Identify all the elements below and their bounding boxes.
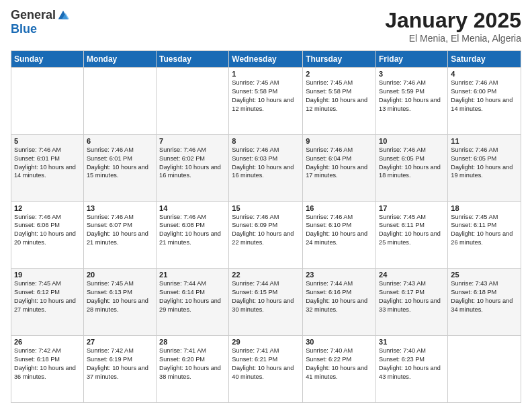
calendar-week-row: 12Sunrise: 7:46 AM Sunset: 6:06 PM Dayli…	[11, 201, 521, 269]
day-number: 1	[232, 70, 300, 78]
day-number: 22	[232, 271, 300, 279]
table-row: 31Sunrise: 7:40 AM Sunset: 6:23 PM Dayli…	[376, 336, 448, 403]
table-row: 10Sunrise: 7:46 AM Sunset: 6:05 PM Dayli…	[376, 134, 448, 201]
table-row: 21Sunrise: 7:44 AM Sunset: 6:14 PM Dayli…	[157, 269, 229, 336]
day-number: 12	[14, 204, 81, 212]
table-row: 28Sunrise: 7:41 AM Sunset: 6:20 PM Dayli…	[157, 336, 229, 403]
day-info: Sunrise: 7:45 AM Sunset: 6:11 PM Dayligh…	[451, 213, 518, 248]
day-number: 21	[159, 271, 226, 279]
day-info: Sunrise: 7:45 AM Sunset: 5:58 PM Dayligh…	[232, 79, 300, 113]
day-number: 19	[14, 271, 81, 279]
table-row: 13Sunrise: 7:46 AM Sunset: 6:07 PM Dayli…	[83, 201, 156, 269]
calendar-table: Sunday Monday Tuesday Wednesday Thursday…	[11, 50, 521, 403]
day-number: 28	[159, 338, 226, 346]
header: General Blue January 2025 El Menia, El M…	[11, 8, 521, 44]
month-title: January 2025	[385, 8, 521, 33]
table-row: 6Sunrise: 7:46 AM Sunset: 6:01 PM Daylig…	[83, 134, 156, 201]
logo: General Blue	[11, 8, 69, 36]
table-row: 12Sunrise: 7:46 AM Sunset: 6:06 PM Dayli…	[11, 201, 84, 269]
table-row: 15Sunrise: 7:46 AM Sunset: 6:09 PM Dayli…	[229, 201, 303, 269]
day-number: 13	[87, 204, 153, 212]
day-info: Sunrise: 7:45 AM Sunset: 6:11 PM Dayligh…	[379, 213, 445, 248]
table-row: 22Sunrise: 7:44 AM Sunset: 6:15 PM Dayli…	[229, 269, 303, 336]
day-number: 17	[379, 204, 445, 212]
day-info: Sunrise: 7:44 AM Sunset: 6:16 PM Dayligh…	[306, 279, 373, 314]
day-number: 20	[87, 271, 153, 279]
table-row: 16Sunrise: 7:46 AM Sunset: 6:10 PM Dayli…	[303, 201, 376, 269]
day-info: Sunrise: 7:46 AM Sunset: 5:59 PM Dayligh…	[379, 79, 445, 113]
day-info: Sunrise: 7:42 AM Sunset: 6:19 PM Dayligh…	[87, 347, 153, 381]
table-row: 4Sunrise: 7:46 AM Sunset: 6:00 PM Daylig…	[448, 68, 521, 135]
day-info: Sunrise: 7:41 AM Sunset: 6:20 PM Dayligh…	[159, 347, 226, 381]
day-number: 10	[379, 137, 445, 145]
subtitle: El Menia, El Menia, Algeria	[385, 33, 521, 44]
table-row: 17Sunrise: 7:45 AM Sunset: 6:11 PM Dayli…	[376, 201, 448, 269]
day-info: Sunrise: 7:46 AM Sunset: 6:01 PM Dayligh…	[87, 146, 153, 181]
day-info: Sunrise: 7:46 AM Sunset: 6:08 PM Dayligh…	[159, 213, 226, 248]
day-number: 29	[232, 338, 300, 346]
calendar-week-row: 5Sunrise: 7:46 AM Sunset: 6:01 PM Daylig…	[11, 134, 521, 201]
day-info: Sunrise: 7:40 AM Sunset: 6:22 PM Dayligh…	[306, 347, 373, 381]
day-number: 11	[451, 137, 518, 145]
table-row: 1Sunrise: 7:45 AM Sunset: 5:58 PM Daylig…	[229, 68, 303, 135]
day-info: Sunrise: 7:46 AM Sunset: 6:09 PM Dayligh…	[232, 213, 300, 248]
table-row	[83, 68, 156, 135]
table-row: 26Sunrise: 7:42 AM Sunset: 6:18 PM Dayli…	[11, 336, 84, 403]
day-number: 31	[379, 338, 445, 346]
table-row: 29Sunrise: 7:41 AM Sunset: 6:21 PM Dayli…	[229, 336, 303, 403]
table-row: 23Sunrise: 7:44 AM Sunset: 6:16 PM Dayli…	[303, 269, 376, 336]
day-info: Sunrise: 7:46 AM Sunset: 6:04 PM Dayligh…	[306, 146, 373, 181]
day-number: 25	[451, 271, 518, 279]
table-row	[448, 336, 521, 403]
table-row: 7Sunrise: 7:46 AM Sunset: 6:02 PM Daylig…	[157, 134, 229, 201]
day-info: Sunrise: 7:46 AM Sunset: 6:00 PM Dayligh…	[451, 79, 518, 113]
day-number: 2	[306, 70, 373, 78]
day-number: 23	[306, 271, 373, 279]
day-number: 9	[306, 137, 373, 145]
table-row: 9Sunrise: 7:46 AM Sunset: 6:04 PM Daylig…	[303, 134, 376, 201]
col-saturday: Saturday	[448, 51, 521, 68]
table-row: 24Sunrise: 7:43 AM Sunset: 6:17 PM Dayli…	[376, 269, 448, 336]
table-row: 8Sunrise: 7:46 AM Sunset: 6:03 PM Daylig…	[229, 134, 303, 201]
day-info: Sunrise: 7:44 AM Sunset: 6:14 PM Dayligh…	[159, 279, 226, 314]
day-info: Sunrise: 7:46 AM Sunset: 6:05 PM Dayligh…	[451, 146, 518, 181]
day-number: 15	[232, 204, 300, 212]
table-row: 11Sunrise: 7:46 AM Sunset: 6:05 PM Dayli…	[448, 134, 521, 201]
logo-general-text: General	[11, 8, 56, 22]
logo-icon	[57, 9, 69, 21]
day-number: 3	[379, 70, 445, 78]
day-info: Sunrise: 7:42 AM Sunset: 6:18 PM Dayligh…	[14, 347, 81, 381]
calendar-header-row: Sunday Monday Tuesday Wednesday Thursday…	[11, 51, 521, 68]
day-info: Sunrise: 7:46 AM Sunset: 6:10 PM Dayligh…	[306, 213, 373, 248]
calendar-week-row: 19Sunrise: 7:45 AM Sunset: 6:12 PM Dayli…	[11, 269, 521, 336]
table-row	[11, 68, 84, 135]
day-number: 5	[14, 137, 81, 145]
day-number: 26	[14, 338, 81, 346]
col-sunday: Sunday	[11, 51, 84, 68]
col-friday: Friday	[376, 51, 448, 68]
page: General Blue January 2025 El Menia, El M…	[0, 0, 532, 411]
col-monday: Monday	[83, 51, 156, 68]
day-number: 24	[379, 271, 445, 279]
day-info: Sunrise: 7:46 AM Sunset: 6:05 PM Dayligh…	[379, 146, 445, 181]
logo-blue-text: Blue	[11, 22, 37, 36]
day-info: Sunrise: 7:46 AM Sunset: 6:02 PM Dayligh…	[159, 146, 226, 181]
table-row: 18Sunrise: 7:45 AM Sunset: 6:11 PM Dayli…	[448, 201, 521, 269]
table-row: 5Sunrise: 7:46 AM Sunset: 6:01 PM Daylig…	[11, 134, 84, 201]
day-number: 27	[87, 338, 153, 346]
day-info: Sunrise: 7:41 AM Sunset: 6:21 PM Dayligh…	[232, 347, 300, 381]
day-number: 7	[159, 137, 226, 145]
table-row: 27Sunrise: 7:42 AM Sunset: 6:19 PM Dayli…	[83, 336, 156, 403]
day-info: Sunrise: 7:46 AM Sunset: 6:01 PM Dayligh…	[14, 146, 81, 181]
table-row	[157, 68, 229, 135]
table-row: 19Sunrise: 7:45 AM Sunset: 6:12 PM Dayli…	[11, 269, 84, 336]
calendar-week-row: 1Sunrise: 7:45 AM Sunset: 5:58 PM Daylig…	[11, 68, 521, 135]
col-thursday: Thursday	[303, 51, 376, 68]
table-row: 20Sunrise: 7:45 AM Sunset: 6:13 PM Dayli…	[83, 269, 156, 336]
day-info: Sunrise: 7:40 AM Sunset: 6:23 PM Dayligh…	[379, 347, 445, 381]
day-info: Sunrise: 7:46 AM Sunset: 6:06 PM Dayligh…	[14, 213, 81, 248]
day-number: 14	[159, 204, 226, 212]
day-info: Sunrise: 7:46 AM Sunset: 6:07 PM Dayligh…	[87, 213, 153, 248]
day-info: Sunrise: 7:44 AM Sunset: 6:15 PM Dayligh…	[232, 279, 300, 314]
table-row: 25Sunrise: 7:43 AM Sunset: 6:18 PM Dayli…	[448, 269, 521, 336]
